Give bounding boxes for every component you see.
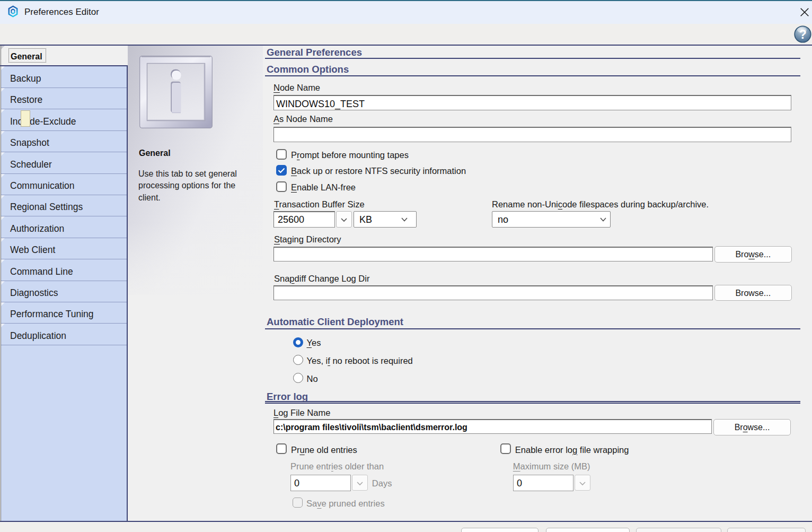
- svg-text:?: ?: [799, 28, 807, 41]
